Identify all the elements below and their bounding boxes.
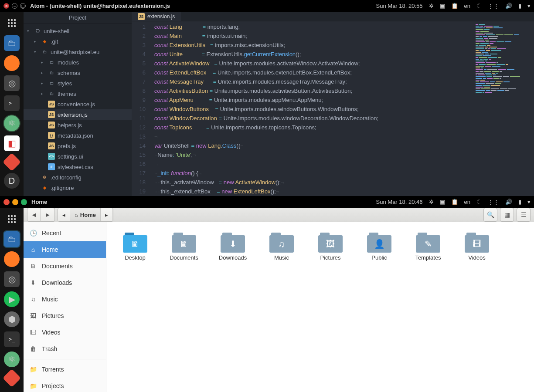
app-icon[interactable]: D	[4, 173, 20, 189]
tree-item[interactable]: JSprefs.js	[24, 141, 132, 151]
tree-item[interactable]: ▾🗀unite@hardpixel.eu	[24, 47, 132, 57]
tree-item[interactable]: ▾🖵unite-shell	[24, 26, 132, 36]
sidebar-item-recent[interactable]: 🕓Recent	[24, 225, 106, 241]
tree-item[interactable]: ▸🗀modules	[24, 57, 132, 68]
power-menu-icon[interactable]: ▾	[527, 199, 531, 205]
volume-icon[interactable]: 🔊	[505, 199, 512, 205]
close-icon[interactable]: ✕	[3, 3, 9, 9]
clipboard-icon[interactable]: 📋	[451, 199, 458, 205]
sidebar-item-videos[interactable]: 🎞Videos	[24, 324, 106, 341]
battery-icon[interactable]: ▮	[518, 3, 521, 9]
folder-documents[interactable]: 🗎Documents	[160, 230, 208, 264]
power-menu-icon[interactable]: ▾	[527, 3, 531, 9]
terminal-icon[interactable]: >_	[4, 95, 20, 111]
tree-item[interactable]: ▸🗀schemas	[24, 68, 132, 78]
tab-extension-js[interactable]: JS extension.js	[132, 12, 181, 21]
folder-public[interactable]: 👤Public	[355, 230, 404, 264]
sidebar-item-trash[interactable]: 🗑Trash	[24, 341, 106, 357]
sidebar-item-torrents[interactable]: 📁Torrents	[24, 361, 106, 378]
files-icon[interactable]: 🗀	[4, 231, 20, 247]
search-button[interactable]: 🔍	[483, 208, 497, 222]
files-icon[interactable]: 🗀	[4, 35, 20, 51]
app-icon[interactable]: ⬢	[4, 311, 20, 327]
clock[interactable]: Sun Mar 18, 20:55	[376, 3, 423, 9]
folder-desktop[interactable]: 🗎Desktop	[111, 230, 160, 264]
places-sidebar[interactable]: 🕓Recent⌂Home🗎Documents⬇Downloads♫Music🖼P…	[24, 222, 106, 392]
git-icon[interactable]	[3, 153, 21, 171]
minimize-icon[interactable]	[12, 199, 18, 205]
tree-item[interactable]: ⚙.editorconfig	[24, 172, 132, 182]
tree-item[interactable]: JSconvenience.js	[24, 99, 132, 109]
atom-icon[interactable]: ⚛	[4, 351, 20, 367]
music-icon[interactable]: ▶	[4, 291, 20, 307]
wifi-icon[interactable]: ⋮⋮	[488, 3, 499, 9]
tree-item[interactable]: <>settings.ui	[24, 151, 132, 162]
maximize-icon[interactable]: ▢	[20, 3, 26, 9]
app-icon[interactable]: ◎	[4, 271, 20, 287]
wifi-icon[interactable]: ⋮⋮	[488, 199, 499, 205]
clock[interactable]: Sun Mar 18, 20:46	[376, 199, 423, 205]
tree-item[interactable]: #stylesheet.css	[24, 162, 132, 172]
close-icon[interactable]	[3, 199, 10, 205]
tree-item[interactable]: {}metadata.json	[24, 130, 132, 141]
sidebar-item-pictures[interactable]: 🖼Pictures	[24, 308, 106, 324]
tree-item[interactable]: JSextension.js	[24, 109, 132, 120]
sidebar-item-downloads[interactable]: ⬇Downloads	[24, 274, 106, 291]
folder-downloads[interactable]: ⬇Downloads	[208, 230, 257, 264]
file-tree[interactable]: ▾🖵unite-shell▸◆.git▾🗀unite@hardpixel.eu▸…	[24, 24, 132, 196]
tree-item[interactable]: ▸🗀styles	[24, 78, 132, 88]
config-icon: ⚙	[41, 174, 48, 181]
view-toggle-button[interactable]: ▦	[500, 208, 514, 222]
code-content[interactable]: const Lang = imports.lang; const Main = …	[149, 21, 473, 196]
keyboard-lang[interactable]: en	[464, 199, 470, 205]
path-prev[interactable]: ◂	[58, 208, 70, 221]
path-next[interactable]: ▸	[101, 208, 113, 221]
path-home[interactable]: ⌂ Home	[70, 208, 101, 221]
folder-videos[interactable]: 🎞Videos	[452, 230, 501, 264]
code-editor[interactable]: 12345678910111213141516171819 const Lang…	[132, 21, 534, 196]
tab-bar: JS extension.js	[132, 12, 534, 21]
minimize-icon[interactable]: –	[12, 3, 17, 9]
sidebar-item-projects[interactable]: 📁Projects	[24, 378, 106, 392]
activities-icon[interactable]	[4, 15, 20, 31]
back-button[interactable]: ◄	[27, 208, 41, 222]
place-icon: 🎞	[30, 329, 37, 336]
dock: 🗀 ◎ >_ ⚛ ◧ D	[0, 12, 24, 196]
disk-icon[interactable]: ▣	[440, 199, 445, 205]
app-icon[interactable]: ◎	[4, 75, 20, 91]
night-icon[interactable]: ☾	[476, 199, 482, 205]
atom-icon[interactable]: ⚛	[4, 115, 20, 131]
settings-icon[interactable]: ✲	[429, 3, 434, 9]
disk-icon[interactable]: ▣	[440, 3, 445, 9]
terminal-icon[interactable]: >_	[4, 331, 20, 347]
app-icon[interactable]: ◧	[4, 135, 20, 151]
git-icon[interactable]	[3, 369, 21, 387]
line-gutter: 12345678910111213141516171819	[132, 21, 149, 196]
tree-item[interactable]: JShelpers.js	[24, 120, 132, 130]
settings-icon[interactable]: ✲	[429, 199, 434, 205]
tree-item[interactable]: ◆.gitignore	[24, 182, 132, 193]
volume-icon[interactable]: 🔊	[505, 3, 512, 9]
sidebar-item-home[interactable]: ⌂Home	[24, 241, 106, 258]
path-bar[interactable]: ◂ ⌂ Home ▸	[58, 208, 113, 222]
folder-music[interactable]: ♫Music	[257, 230, 306, 264]
maximize-icon[interactable]	[21, 199, 27, 205]
folder-templates[interactable]: ✎Templates	[404, 230, 452, 264]
folder-pictures[interactable]: 🖼Pictures	[306, 230, 355, 264]
tree-item[interactable]: ▸◆.git	[24, 36, 132, 47]
sidebar-item-documents[interactable]: 🗎Documents	[24, 258, 106, 274]
night-icon[interactable]: ☾	[476, 3, 482, 9]
menu-button[interactable]: ☰	[517, 208, 531, 222]
keyboard-lang[interactable]: en	[464, 3, 470, 9]
folder-grid[interactable]: 🗎Desktop🗎Documents⬇Downloads♫Music🖼Pictu…	[106, 222, 534, 392]
activities-icon[interactable]	[4, 211, 20, 227]
forward-button[interactable]: ►	[41, 208, 55, 222]
tree-item[interactable]: ▸🗀themes	[24, 88, 132, 99]
sidebar-title: Project	[24, 12, 132, 24]
clipboard-icon[interactable]: 📋	[451, 3, 458, 9]
firefox-icon[interactable]	[4, 251, 20, 267]
firefox-icon[interactable]	[4, 55, 20, 71]
minimap[interactable]	[473, 21, 534, 196]
sidebar-item-music[interactable]: ♫Music	[24, 291, 106, 308]
battery-icon[interactable]: ▮	[518, 199, 521, 205]
